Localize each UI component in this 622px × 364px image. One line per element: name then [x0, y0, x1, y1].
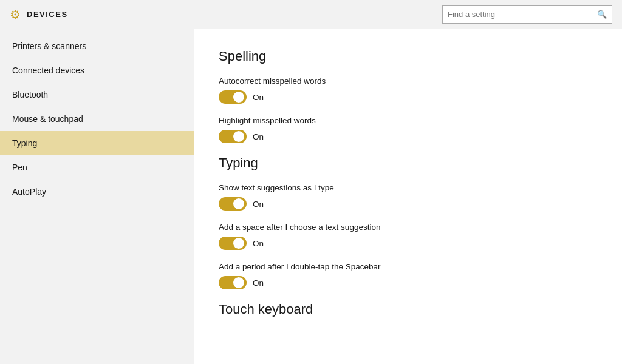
main-layout: Printers & scanners Connected devices Bl…	[0, 29, 622, 364]
sidebar-item-connected-devices[interactable]: Connected devices	[0, 58, 194, 83]
sidebar: Printers & scanners Connected devices Bl…	[0, 29, 194, 364]
add-space-setting: Add a space after I choose a text sugges…	[219, 223, 598, 250]
highlight-toggle-row: On	[219, 130, 598, 143]
autocorrect-label: Autocorrect misspelled words	[219, 76, 598, 86]
app-title: DEVICES	[27, 10, 68, 19]
text-suggestions-toggle-row: On	[219, 197, 598, 211]
spelling-section-title: Spelling	[219, 49, 598, 64]
add-period-state: On	[253, 278, 264, 288]
highlight-label: Highlight misspelled words	[219, 116, 598, 125]
text-suggestions-setting: Show text suggestions as I type On	[219, 183, 598, 211]
touch-keyboard-section-title: Touch keyboard	[219, 302, 598, 317]
sidebar-item-typing[interactable]: Typing	[0, 131, 194, 155]
sidebar-item-pen[interactable]: Pen	[0, 155, 194, 180]
add-period-setting: Add a period after I double-tap the Spac…	[219, 262, 598, 289]
text-suggestions-state: On	[253, 200, 264, 209]
text-suggestions-toggle[interactable]	[219, 197, 247, 211]
add-period-label: Add a period after I double-tap the Spac…	[219, 262, 598, 271]
sidebar-item-bluetooth[interactable]: Bluetooth	[0, 83, 194, 107]
add-period-toggle-row: On	[219, 276, 598, 289]
sidebar-item-printers-scanners[interactable]: Printers & scanners	[0, 34, 194, 58]
text-suggestions-label: Show text suggestions as I type	[219, 183, 598, 192]
highlight-state: On	[253, 132, 264, 141]
content-area: Spelling Autocorrect misspelled words On…	[194, 29, 622, 364]
typing-section-title: Typing	[219, 155, 598, 171]
add-space-toggle-row: On	[219, 237, 598, 250]
add-space-label: Add a space after I choose a text sugges…	[219, 223, 598, 232]
add-space-toggle[interactable]	[219, 237, 247, 250]
add-period-toggle[interactable]	[219, 276, 247, 289]
search-box: 🔍	[442, 5, 612, 24]
search-input[interactable]	[443, 10, 592, 19]
gear-icon: ⚙	[10, 7, 21, 22]
highlight-toggle[interactable]	[219, 130, 247, 143]
autocorrect-state: On	[253, 93, 264, 102]
highlight-setting: Highlight misspelled words On	[219, 116, 598, 143]
search-button[interactable]: 🔍	[592, 10, 612, 19]
autocorrect-setting: Autocorrect misspelled words On	[219, 76, 598, 104]
autocorrect-toggle[interactable]	[219, 90, 247, 104]
sidebar-item-autoplay[interactable]: AutoPlay	[0, 180, 194, 204]
sidebar-item-mouse-touchpad[interactable]: Mouse & touchpad	[0, 107, 194, 131]
add-space-state: On	[253, 239, 264, 248]
header: ⚙ DEVICES 🔍	[0, 0, 622, 29]
autocorrect-toggle-row: On	[219, 90, 598, 104]
